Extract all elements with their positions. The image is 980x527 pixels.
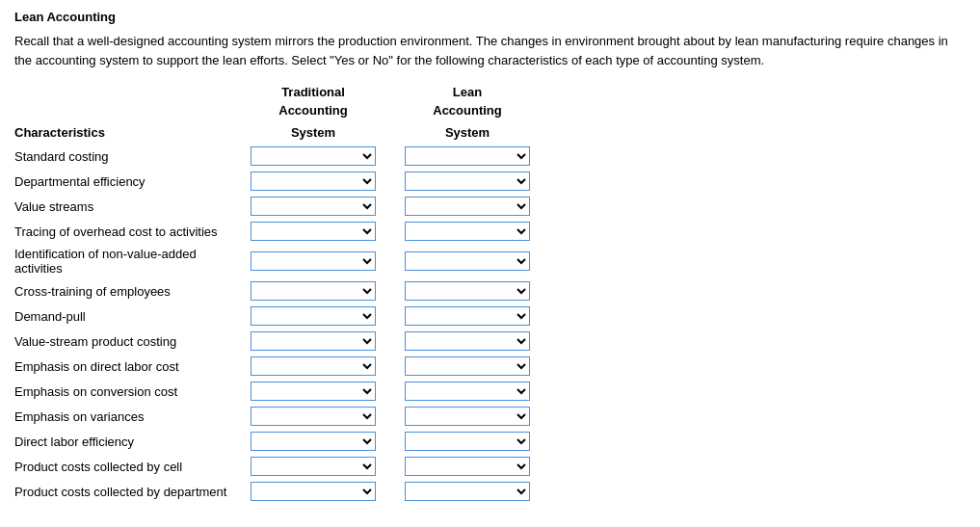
lean-select-value-stream-product-costing[interactable]: YesNo <box>405 331 530 351</box>
lean-select-cell-value-stream-product-costing: YesNo <box>390 329 544 354</box>
lean-select-cell-cross-training: YesNo <box>390 278 544 303</box>
rest-cell-product-costs-cell <box>544 454 966 479</box>
traditional-select-departmental-efficiency[interactable]: YesNo <box>251 171 376 191</box>
intro-text: Recall that a well-designed accounting s… <box>14 32 966 69</box>
rest-cell-tracing-overhead <box>544 219 966 244</box>
lean-select-emphasis-variances[interactable]: YesNo <box>405 407 530 426</box>
traditional-select-cell-standard-costing: YesNo <box>236 144 390 169</box>
lean-select-cell-identification-non-value: YesNo <box>390 244 544 278</box>
lean-select-departmental-efficiency[interactable]: YesNo <box>405 171 530 191</box>
main-table-container: Traditional Lean Accounting Accounting C… <box>14 85 966 504</box>
lean-select-cell-product-costs-department: YesNo <box>390 479 544 504</box>
traditional-select-cell-product-costs-cell: YesNo <box>236 454 390 479</box>
traditional-header-line3: System <box>236 121 390 144</box>
traditional-select-value-streams[interactable]: YesNo <box>251 197 376 216</box>
lean-select-standard-costing[interactable]: YesNo <box>405 146 530 166</box>
lean-select-demand-pull[interactable]: YesNo <box>405 306 530 326</box>
traditional-select-cell-emphasis-direct-labor: YesNo <box>236 354 390 379</box>
lean-select-cell-emphasis-variances: YesNo <box>390 404 544 429</box>
lean-select-tracing-overhead[interactable]: YesNo <box>405 222 530 241</box>
rest-cell-emphasis-variances <box>544 404 966 429</box>
traditional-select-cell-emphasis-conversion-cost: YesNo <box>236 379 390 404</box>
rest-cell-cross-training <box>544 278 966 303</box>
table-row-emphasis-direct-labor: Emphasis on direct labor costYesNoYesNo <box>14 354 966 379</box>
traditional-select-direct-labor-efficiency[interactable]: YesNo <box>251 432 376 451</box>
page-title: Lean Accounting <box>14 10 966 24</box>
char-label-identification-non-value: Identification of non-value-addedactivit… <box>14 244 236 278</box>
traditional-select-emphasis-direct-labor[interactable]: YesNo <box>251 356 376 376</box>
char-label-value-stream-product-costing: Value-stream product costing <box>14 329 236 354</box>
char-label-cross-training: Cross-training of employees <box>14 278 236 303</box>
table-row-tracing-overhead: Tracing of overhead cost to activitiesYe… <box>14 219 966 244</box>
traditional-select-cell-emphasis-variances: YesNo <box>236 404 390 429</box>
lean-header-line1: Lean <box>390 85 544 103</box>
char-label-product-costs-department: Product costs collected by department <box>14 479 236 504</box>
traditional-select-identification-non-value[interactable]: YesNo <box>251 251 376 271</box>
lean-select-value-streams[interactable]: YesNo <box>405 197 530 216</box>
char-label-emphasis-variances: Emphasis on variances <box>14 404 236 429</box>
table-row-standard-costing: Standard costingYesNoYesNo <box>14 144 966 169</box>
lean-select-cell-departmental-efficiency: YesNo <box>390 169 544 194</box>
rest-cell-value-streams <box>544 194 966 219</box>
table-row-demand-pull: Demand-pullYesNoYesNo <box>14 303 966 329</box>
table-row-product-costs-department: Product costs collected by departmentYes… <box>14 479 966 504</box>
traditional-select-cell-value-stream-product-costing: YesNo <box>236 329 390 354</box>
rest-cell-standard-costing <box>544 144 966 169</box>
traditional-select-value-stream-product-costing[interactable]: YesNo <box>251 331 376 351</box>
lean-select-cell-tracing-overhead: YesNo <box>390 219 544 244</box>
traditional-select-standard-costing[interactable]: YesNo <box>251 146 376 166</box>
lean-select-product-costs-department[interactable]: YesNo <box>405 482 530 501</box>
rest-cell-demand-pull <box>544 303 966 329</box>
table-row-direct-labor-efficiency: Direct labor efficiencyYesNoYesNo <box>14 429 966 454</box>
traditional-select-cell-departmental-efficiency: YesNo <box>236 169 390 194</box>
traditional-select-cell-cross-training: YesNo <box>236 278 390 303</box>
table-row-value-stream-product-costing: Value-stream product costingYesNoYesNo <box>14 329 966 354</box>
traditional-header-line2: Accounting <box>236 103 390 121</box>
lean-select-cell-demand-pull: YesNo <box>390 303 544 329</box>
traditional-header-line1: Traditional <box>236 85 390 103</box>
lean-select-emphasis-direct-labor[interactable]: YesNo <box>405 356 530 376</box>
char-label-emphasis-direct-labor: Emphasis on direct labor cost <box>14 354 236 379</box>
traditional-select-product-costs-cell[interactable]: YesNo <box>251 457 376 476</box>
traditional-select-cell-product-costs-department: YesNo <box>236 479 390 504</box>
traditional-select-cross-training[interactable]: YesNo <box>251 281 376 301</box>
char-label-demand-pull: Demand-pull <box>14 303 236 329</box>
traditional-select-emphasis-conversion-cost[interactable]: YesNo <box>251 382 376 401</box>
char-label-departmental-efficiency: Departmental efficiency <box>14 169 236 194</box>
lean-header-line3: System <box>390 121 544 144</box>
char-label-standard-costing: Standard costing <box>14 144 236 169</box>
lean-header-line2: Accounting <box>390 103 544 121</box>
lean-select-cell-standard-costing: YesNo <box>390 144 544 169</box>
table-row-cross-training: Cross-training of employeesYesNoYesNo <box>14 278 966 303</box>
lean-select-cell-emphasis-direct-labor: YesNo <box>390 354 544 379</box>
traditional-select-cell-demand-pull: YesNo <box>236 303 390 329</box>
traditional-select-tracing-overhead[interactable]: YesNo <box>251 222 376 241</box>
traditional-select-cell-value-streams: YesNo <box>236 194 390 219</box>
traditional-select-cell-identification-non-value: YesNo <box>236 244 390 278</box>
table-row-emphasis-variances: Emphasis on variancesYesNoYesNo <box>14 404 966 429</box>
traditional-select-cell-direct-labor-efficiency: YesNo <box>236 429 390 454</box>
lean-select-product-costs-cell[interactable]: YesNo <box>405 457 530 476</box>
table-row-emphasis-conversion-cost: Emphasis on conversion costYesNoYesNo <box>14 379 966 404</box>
table-row-product-costs-cell: Product costs collected by cellYesNoYesN… <box>14 454 966 479</box>
characteristics-header: Characteristics <box>14 121 236 144</box>
rest-cell-departmental-efficiency <box>544 169 966 194</box>
lean-select-emphasis-conversion-cost[interactable]: YesNo <box>405 382 530 401</box>
rest-cell-direct-labor-efficiency <box>544 429 966 454</box>
char-label-direct-labor-efficiency: Direct labor efficiency <box>14 429 236 454</box>
traditional-select-product-costs-department[interactable]: YesNo <box>251 482 376 501</box>
traditional-select-emphasis-variances[interactable]: YesNo <box>251 407 376 426</box>
lean-select-cross-training[interactable]: YesNo <box>405 281 530 301</box>
traditional-select-demand-pull[interactable]: YesNo <box>251 306 376 326</box>
lean-select-cell-emphasis-conversion-cost: YesNo <box>390 379 544 404</box>
lean-select-direct-labor-efficiency[interactable]: YesNo <box>405 432 530 451</box>
table-row-departmental-efficiency: Departmental efficiencyYesNoYesNo <box>14 169 966 194</box>
traditional-select-cell-tracing-overhead: YesNo <box>236 219 390 244</box>
header-row-1: Traditional Lean <box>14 85 966 103</box>
rest-cell-emphasis-direct-labor <box>544 354 966 379</box>
lean-select-cell-product-costs-cell: YesNo <box>390 454 544 479</box>
lean-select-identification-non-value[interactable]: YesNo <box>405 251 530 271</box>
lean-select-cell-direct-labor-efficiency: YesNo <box>390 429 544 454</box>
rest-cell-value-stream-product-costing <box>544 329 966 354</box>
char-label-tracing-overhead: Tracing of overhead cost to activities <box>14 219 236 244</box>
